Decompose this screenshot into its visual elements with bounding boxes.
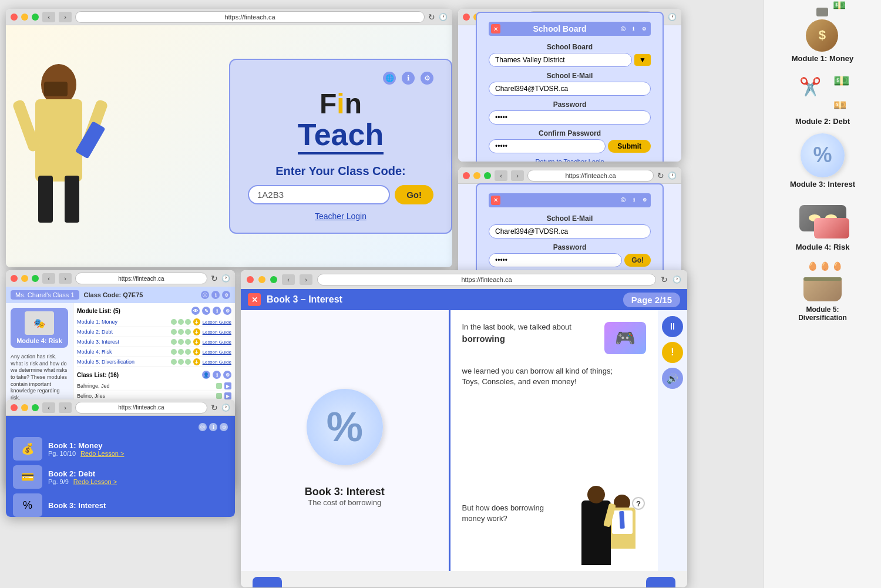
- settings-icon-btn[interactable]: ⚙: [421, 72, 433, 85]
- sound-button[interactable]: 🔊: [662, 368, 683, 389]
- module-sel-book3[interactable]: % Book 3: Interest: [13, 493, 228, 517]
- book-close-button[interactable]: ✕: [248, 293, 261, 306]
- forward-btn-login[interactable]: ›: [511, 170, 524, 181]
- teacher-login-close-btn[interactable]: ✕: [491, 196, 500, 205]
- lesson-guide-5[interactable]: Lesson Guide: [203, 359, 231, 365]
- school-board-dropdown[interactable]: ▼: [634, 54, 651, 66]
- lesson-guide-2[interactable]: Lesson Guide: [203, 330, 231, 335]
- tl-red-sel[interactable]: [11, 404, 18, 411]
- dialog-close-btn[interactable]: ✕: [491, 24, 500, 33]
- module-2-name: Module 2: Debt: [77, 329, 169, 335]
- class-list-icon-info[interactable]: ℹ: [213, 371, 221, 379]
- tl-green-main[interactable]: [32, 14, 39, 21]
- confirm-password-input[interactable]: [489, 139, 606, 153]
- dash-icon-3[interactable]: ⚙: [222, 291, 230, 299]
- url-bar-main[interactable]: https://finteach.ca: [75, 11, 425, 23]
- url-bar-login[interactable]: https://finteach.ca: [527, 170, 654, 182]
- module-3-plus[interactable]: +: [193, 338, 200, 345]
- tl-green-book[interactable]: [270, 276, 277, 283]
- refresh-btn-main[interactable]: ↻: [428, 12, 435, 22]
- globe-icon-btn[interactable]: 🌐: [383, 72, 396, 85]
- forward-btn-main[interactable]: ›: [59, 12, 72, 22]
- password-row-reg: Password: [489, 100, 651, 125]
- refresh-btn-dash[interactable]: ↻: [211, 274, 218, 283]
- module-sel-book1[interactable]: 💰 Book 1: Money Pg. 10/10 Redo Lesson >: [13, 437, 228, 461]
- tl-yellow-login[interactable]: [473, 172, 480, 179]
- tl-red-login[interactable]: [463, 172, 470, 179]
- tl-red-dash[interactable]: [11, 275, 18, 282]
- tl-yellow-main[interactable]: [21, 14, 28, 21]
- lesson-guide-3[interactable]: Lesson Guide: [203, 340, 231, 345]
- back-btn-sel[interactable]: ‹: [42, 402, 55, 413]
- dash-icon-2[interactable]: ℹ: [211, 291, 220, 299]
- school-email-input-reg[interactable]: [489, 82, 651, 96]
- school-board-input[interactable]: [489, 53, 632, 67]
- class-list-icon-settings[interactable]: ⚙: [223, 371, 231, 379]
- refresh-btn-sel[interactable]: ↻: [211, 403, 218, 412]
- book2-redo[interactable]: Redo Lesson >: [73, 478, 117, 485]
- back-btn-login[interactable]: ‹: [495, 170, 507, 181]
- help-button[interactable]: !: [662, 342, 683, 363]
- teacher-login-link[interactable]: Teacher Login: [315, 211, 366, 221]
- tl-red-book[interactable]: [247, 276, 254, 283]
- tl-yellow-dash[interactable]: [21, 275, 28, 282]
- tl-red-main[interactable]: [11, 14, 18, 21]
- return-link[interactable]: Return to Teacher Login: [489, 158, 651, 162]
- url-bar-sel[interactable]: https://finteach.ca: [75, 402, 207, 414]
- module-list-icon-info[interactable]: ℹ: [213, 307, 221, 315]
- back-btn-main[interactable]: ‹: [42, 12, 55, 22]
- sidebar-module-5-label: Module 5:Diversification: [798, 305, 847, 322]
- dash-icon-1[interactable]: ⓪: [201, 291, 209, 299]
- password-input-login[interactable]: [489, 253, 622, 267]
- tl-green-dash[interactable]: [32, 275, 39, 282]
- msel-icon-2[interactable]: ℹ: [209, 423, 217, 431]
- history-btn-dash[interactable]: 🕐: [221, 274, 230, 283]
- history-btn-main[interactable]: 🕐: [439, 13, 448, 21]
- module-4-plus[interactable]: +: [193, 348, 200, 355]
- submit-button[interactable]: Submit: [608, 140, 651, 153]
- password-input-reg[interactable]: [489, 110, 651, 125]
- tl-green-sel[interactable]: [32, 404, 39, 411]
- url-bar-dash[interactable]: https://finteach.ca: [75, 273, 207, 284]
- url-bar-book[interactable]: https://finteach.ca: [317, 274, 656, 285]
- school-email-input-login[interactable]: [489, 224, 651, 238]
- forward-btn-sel[interactable]: ›: [59, 402, 72, 413]
- module-list-icon-settings[interactable]: ⚙: [223, 307, 231, 315]
- history-btn-login[interactable]: 🕐: [668, 172, 677, 180]
- book1-redo[interactable]: Redo Lesson >: [80, 450, 124, 457]
- forward-btn-dash[interactable]: ›: [59, 273, 72, 284]
- module-2-plus[interactable]: +: [193, 328, 200, 335]
- refresh-btn-login[interactable]: ↻: [657, 171, 664, 180]
- tl-green-login[interactable]: [484, 172, 491, 179]
- next-page-button[interactable]: →: [646, 577, 675, 587]
- module-list-icon-eye[interactable]: 👁: [191, 307, 200, 315]
- refresh-btn-book[interactable]: ↻: [661, 275, 668, 284]
- module-1-plus[interactable]: +: [193, 318, 200, 325]
- class-selector[interactable]: Ms. Charel's Class 1: [11, 290, 79, 300]
- history-btn-sel[interactable]: 🕐: [221, 404, 230, 412]
- go-button-login[interactable]: Go!: [624, 254, 651, 267]
- pause-button[interactable]: ⏸: [662, 316, 683, 337]
- go-button[interactable]: Go!: [395, 185, 433, 204]
- msel-icon-3[interactable]: ⚙: [220, 423, 228, 431]
- class-list-icon-person[interactable]: 👤: [202, 371, 210, 379]
- lesson-guide-1[interactable]: Lesson Guide: [203, 320, 231, 325]
- back-btn-dash[interactable]: ‹: [42, 273, 55, 284]
- module-sel-book2[interactable]: 💳 Book 2: Debt Pg. 9/9 Redo Lesson >: [13, 465, 228, 489]
- student-1-play[interactable]: ▶: [224, 382, 231, 389]
- tl-yellow-sel[interactable]: [21, 404, 28, 411]
- tl-red-reg[interactable]: [463, 14, 470, 21]
- class-code-input[interactable]: [248, 185, 390, 204]
- msel-icon-1[interactable]: ⓪: [199, 423, 207, 431]
- forward-btn-book[interactable]: ›: [300, 274, 312, 285]
- history-btn-book[interactable]: 🕐: [672, 275, 681, 284]
- info-icon-btn[interactable]: ℹ: [402, 72, 415, 85]
- module-5-plus[interactable]: +: [193, 358, 200, 365]
- module-list-icon-pencil[interactable]: ✎: [202, 307, 210, 315]
- student-2-play[interactable]: ▶: [224, 392, 231, 399]
- tl-yellow-book[interactable]: [258, 276, 265, 283]
- back-btn-book[interactable]: ‹: [282, 274, 295, 285]
- lesson-guide-4[interactable]: Lesson Guide: [203, 350, 231, 355]
- history-btn-reg[interactable]: 🕐: [668, 13, 677, 21]
- prev-page-button[interactable]: ←: [253, 577, 282, 587]
